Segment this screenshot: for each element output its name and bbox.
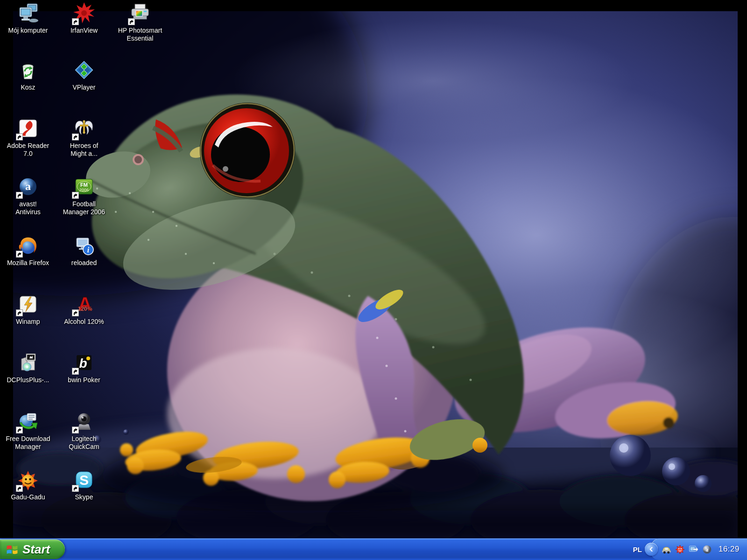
alcohol-percent: 120% (78, 306, 92, 312)
skype-icon: S (73, 469, 95, 491)
desktop-icon-irfanview[interactable]: IrfanView (57, 2, 111, 35)
download-manager-icon (17, 410, 39, 433)
system-tray: a 16:29 (650, 539, 747, 560)
icon-label: avast! Antivirus (15, 200, 41, 216)
fm-letters: FM (80, 182, 88, 188)
tray-avast-icon[interactable]: a (702, 545, 712, 554)
icon-label: Winamp (16, 318, 40, 326)
bwin-letter: b (79, 356, 87, 371)
icon-label: Skype (75, 493, 93, 501)
adobe-reader-icon (17, 117, 39, 140)
desktop-icon-skype[interactable]: S Skype (57, 469, 111, 501)
webcam-icon (73, 410, 95, 433)
shortcut-arrow-icon (72, 368, 79, 375)
football-manager-icon: FM 2006 (73, 175, 95, 198)
desktop-icon-football-manager[interactable]: FM 2006 Football Manager 2006 (57, 175, 111, 216)
shortcut-arrow-icon (72, 18, 79, 25)
angel-wings-cross-icon (73, 117, 95, 140)
chevron-left-icon (648, 546, 655, 553)
fm-year: 2006 (79, 188, 89, 192)
icon-label: IrfanView (70, 27, 98, 35)
irfanview-splat-icon (73, 2, 95, 24)
firefox-icon (17, 234, 39, 257)
shortcut-arrow-icon (72, 309, 79, 316)
tray-gadu-gadu-icon[interactable] (675, 545, 685, 554)
shortcut-arrow-icon (72, 485, 79, 492)
icon-label: Heroes of Might a... (70, 142, 99, 158)
desktop: Mój komputer Kosz Adobe Reader 7.0 (0, 0, 747, 539)
start-button[interactable]: Start (0, 539, 65, 559)
vplayer-film-icon (73, 59, 95, 81)
language-indicator[interactable]: PL (633, 546, 642, 553)
shortcut-arrow-icon (72, 133, 79, 140)
icon-label: bwin Poker (68, 376, 100, 384)
shortcut-arrow-icon (16, 485, 23, 492)
icon-label: Alcohol 120% (64, 318, 104, 326)
installer-box-icon (17, 351, 39, 374)
start-button-label: Start (22, 542, 51, 557)
windows-flag-icon (6, 543, 19, 556)
desktop-icon-winamp[interactable]: Winamp (1, 293, 55, 326)
desktop-icon-free-download-manager[interactable]: Free Download Manager (1, 410, 55, 451)
desktop-icon-heroes-of-might[interactable]: Heroes of Might a... (57, 117, 111, 158)
recycle-bin-icon (17, 59, 39, 81)
shortcut-arrow-icon (72, 427, 79, 434)
desktop-icon-alcohol-120[interactable]: A 120% Alcohol 120% (57, 293, 111, 326)
monitor-info-icon: i (73, 234, 95, 257)
bwin-icon: b (73, 351, 95, 374)
desktop-icon-vplayer[interactable]: VPlayer (57, 59, 111, 91)
tray-network-disk-icon[interactable] (689, 545, 698, 554)
winamp-icon (17, 293, 39, 315)
icon-label: VPlayer (72, 84, 95, 91)
desktop-icon-mozilla-firefox[interactable]: Mozilla Firefox (1, 234, 55, 267)
desktop-icon-moj-komputer[interactable]: Mój komputer (1, 2, 55, 35)
tray-car-device-icon[interactable] (662, 545, 671, 554)
icon-label: DCPlusPlus-... (7, 376, 49, 384)
avast-icon: a (17, 175, 39, 198)
avast-tray-letter: a (706, 546, 709, 552)
desktop-icon-adobe-reader[interactable]: Adobe Reader 7.0 (1, 117, 55, 158)
printer-icon (129, 2, 151, 24)
desktop-icon-dcplusplus[interactable]: DCPlusPlus-... (1, 351, 55, 384)
shortcut-arrow-icon (16, 251, 23, 258)
icon-label: Mozilla Firefox (7, 259, 49, 267)
shortcut-arrow-icon (128, 18, 135, 25)
skype-letter: S (79, 472, 89, 488)
shortcut-arrow-icon (16, 133, 23, 140)
desktop-icon-avast-antivirus[interactable]: a avast! Antivirus (1, 175, 55, 216)
icon-label: Free Download Manager (6, 435, 50, 451)
shortcut-arrow-icon (16, 192, 23, 199)
shortcut-arrow-icon (72, 192, 79, 199)
desktop-icon-logitech-quickcam[interactable]: Logitech QuickCam (57, 410, 111, 451)
icon-label: Football Manager 2006 (63, 200, 105, 216)
desktop-icon-kosz[interactable]: Kosz (1, 59, 55, 91)
desktop-icon-hp-photosmart[interactable]: HP Photosmart Essential (113, 2, 167, 42)
alcohol-letter-icon: A 120% (73, 293, 95, 315)
icon-label: Adobe Reader 7.0 (7, 142, 49, 158)
my-computer-icon (17, 2, 39, 24)
gadu-gadu-sun-icon (17, 469, 39, 491)
icon-label: Kosz (21, 84, 35, 91)
desktop-icon-gadu-gadu[interactable]: Gadu-Gadu (1, 469, 55, 501)
taskbar: Start PL (0, 538, 747, 560)
hide-tray-icons-button[interactable] (645, 543, 658, 556)
info-letter: i (87, 246, 90, 254)
desktop-icon-reloaded[interactable]: i reloaded (57, 234, 111, 267)
icon-label: Logitech QuickCam (69, 435, 99, 451)
desktop-icon-bwin-poker[interactable]: b bwin Poker (57, 351, 111, 384)
icon-label: reloaded (71, 259, 97, 267)
shortcut-arrow-icon (16, 427, 23, 434)
icon-label: Mój komputer (8, 27, 48, 35)
taskbar-clock[interactable]: 16:29 (719, 545, 740, 554)
icon-label: HP Photosmart Essential (118, 27, 162, 42)
icon-label: Gadu-Gadu (11, 493, 45, 501)
shortcut-arrow-icon (16, 309, 23, 316)
avast-letter: a (25, 180, 31, 192)
